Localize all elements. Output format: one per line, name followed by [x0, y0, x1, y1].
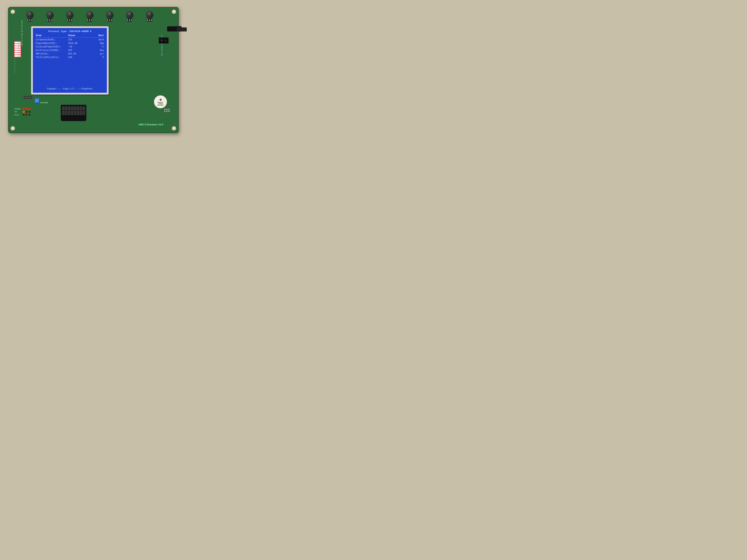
led-tr-3: [29, 111, 31, 113]
encoder-4[interactable]: [86, 11, 93, 22]
lcd-screen: Protocol Type: ISO14230-4ADDR K Item Val…: [33, 28, 107, 93]
row5-value: 100: [68, 56, 85, 59]
encoder-knob-4[interactable]: [86, 11, 93, 18]
led-row-fault: FAULT: [14, 114, 31, 116]
encoder-pin: [27, 19, 28, 21]
encoder-7[interactable]: [146, 11, 153, 22]
led-label-tr: T/R: [14, 111, 22, 113]
sticker-line1: REMOVE: [158, 102, 163, 103]
scene: 1 2 3 4 5 6 7 GND VCC CLK MOSI RES DC BL…: [4, 3, 182, 137]
encoder-body-6: [127, 19, 132, 22]
header-pin: [166, 111, 168, 112]
mounting-hole-tr: [172, 9, 176, 14]
dip-switch-4[interactable]: [15, 48, 21, 50]
protocol-value: ISO14230-4ADDR K: [69, 30, 91, 33]
left-pin-row-1: [24, 96, 32, 97]
left-pin: [24, 96, 25, 97]
header-pin: [164, 111, 165, 112]
dip-switch-2[interactable]: [15, 44, 21, 46]
dip-body: [14, 41, 21, 58]
encoder-3[interactable]: [66, 11, 73, 22]
encoder-2[interactable]: [46, 11, 53, 22]
encoder-body-5: [107, 19, 112, 22]
encoder-pin: [31, 19, 32, 21]
encoder-body-2: [47, 19, 53, 22]
power-switch[interactable]: O —: [159, 37, 169, 44]
row5-item: ThrottlePos(0111):: [36, 56, 67, 59]
led-row-tr: T/R: [14, 111, 31, 113]
header-pin: [168, 111, 170, 112]
left-pin: [31, 96, 32, 97]
data-row-5: ThrottlePos(0111): 100 %: [36, 56, 104, 59]
left-pin: [25, 96, 27, 97]
encoders-row: [20, 9, 159, 24]
dip-switch-3[interactable]: [15, 46, 21, 48]
dip-switch-1[interactable]: [15, 42, 21, 44]
leds-section: POWER T/R FAULT: [14, 108, 31, 116]
encoder-1[interactable]: [26, 11, 33, 22]
encoder-body-7: [147, 19, 152, 22]
obd-pin: [65, 111, 68, 115]
dip-label-7: 7: [14, 72, 21, 74]
encoder-knob-3[interactable]: [66, 11, 73, 18]
pcb-board: 1 2 3 4 5 6 7 GND VCC CLK MOSI RES DC BL…: [8, 7, 179, 133]
encoder-knob-5[interactable]: [106, 11, 113, 18]
obd-pin: [80, 111, 82, 115]
dip-switch-6[interactable]: [15, 53, 21, 55]
header-value: Value: [68, 34, 85, 37]
mounting-hole-tl: [10, 9, 15, 14]
dip-switch-7[interactable]: [15, 55, 21, 57]
obd-port[interactable]: [60, 105, 86, 121]
protocol-label: Protocol Type:: [48, 30, 68, 33]
obd-pin: [77, 111, 79, 115]
header-pin-group-1: [164, 109, 165, 112]
fault-sw-label: Fault SW: [40, 102, 48, 104]
header-pin-group-2: [166, 109, 168, 112]
encoder-5[interactable]: [106, 11, 113, 22]
header-pin-group-3: [168, 109, 170, 112]
obd-pin: [62, 111, 65, 115]
encoder-knob-1[interactable]: [26, 11, 33, 18]
lcd-header-row: Item Value Unit: [36, 34, 104, 37]
encoder-knob-6[interactable]: [126, 11, 133, 18]
row3-unit: Kpa: [87, 49, 104, 52]
encoder-6[interactable]: [126, 11, 133, 22]
left-pin: [31, 98, 32, 99]
row4-value: 652.80: [68, 53, 85, 55]
data-row-2: ColdLiqdTemp(0105): -40 °C: [36, 46, 104, 48]
encoder-pin: [107, 19, 108, 21]
data-row-3: AirPressure(010B): 255 Kpa: [36, 49, 104, 52]
encoder-pin: [151, 19, 152, 21]
row2-item: ColdLiqdTemp(0105):: [36, 46, 67, 48]
led-fault-3: [29, 114, 31, 116]
obd-pin: [62, 106, 65, 110]
encoder-knob-7[interactable]: [146, 11, 153, 18]
obd-pin: [80, 106, 82, 110]
dip-labels: 1 2 3 4 5 6 7: [14, 58, 21, 74]
encoder-pin: [109, 19, 110, 21]
encoder-pin: [47, 19, 48, 21]
encoder-pin: [91, 19, 92, 21]
obd-pin: [77, 106, 79, 110]
encoder-pin: [129, 19, 130, 21]
data-row-0: CarSpeed(010D): 255 Km/H: [36, 38, 104, 41]
obd-pin: [83, 111, 85, 115]
led-power-3: [29, 108, 31, 110]
left-pin: [25, 98, 27, 99]
obd-pin: [71, 111, 73, 115]
row0-unit: Km/H: [87, 38, 104, 41]
switch-off-label: O: [161, 39, 162, 42]
encoder-pin: [149, 19, 150, 21]
row3-item: AirPressure(010B):: [36, 49, 67, 52]
dip-switch-5[interactable]: [15, 51, 21, 52]
obd-pin: [68, 106, 70, 110]
row2-unit: °C: [87, 46, 104, 48]
left-pin-row-2: [24, 98, 32, 99]
row0-value: 255: [68, 38, 85, 41]
encoder-pin: [127, 19, 128, 21]
encoder-knob-2[interactable]: [46, 11, 53, 18]
dip-label-3: 3: [14, 62, 21, 65]
trimmer-potentiometer[interactable]: [35, 98, 39, 103]
dip-switches: 1 2 3 4 5 6 7: [14, 41, 21, 74]
dip-label-4: 4: [14, 65, 21, 67]
